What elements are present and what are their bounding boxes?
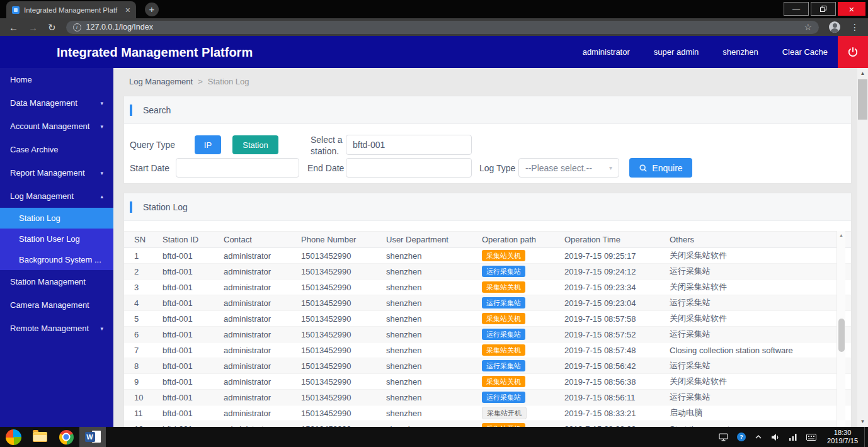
sidebar-menu: HomeData Management▾Account Management▾C… [0,68,113,427]
tab-favicon-icon [12,6,20,14]
sidebar-item-case-archive[interactable]: Case Archive [0,138,113,161]
cell-operation-time: 2019-7-15 08:33:21 [564,409,670,418]
station-button[interactable]: Station [232,135,278,154]
system-tray: ? [714,427,868,447]
enquire-button[interactable]: Enquire [629,158,692,178]
restore-button[interactable] [811,2,836,16]
header-link-administrator[interactable]: administrator [583,47,630,57]
cell-user-department: shenzhen [386,251,482,261]
scroll-down-arrow[interactable]: ▼ [857,416,868,427]
header-links: administratorsuper adminshenzhenClear Ca… [583,36,828,68]
start-button[interactable] [0,427,26,447]
cell-operation-time: 2019-7-15 08:56:11 [564,393,670,402]
sidebar-item-label: Log Management [10,191,74,201]
bookmark-star-icon[interactable]: ☆ [804,22,812,32]
cell-others: 运行采集站 [670,266,851,277]
scroll-up-arrow[interactable]: ▲ [857,68,868,79]
table-scrollbar-thumb[interactable] [838,319,845,352]
tray-help-button[interactable]: ? [733,427,750,447]
hidden-icons-button[interactable] [750,427,767,447]
column-header-operation-time: Operation Time [564,235,670,244]
accent-bar [130,105,132,116]
sidebar-item-camera-management[interactable]: Camera Management [0,293,113,317]
page-scrollbar[interactable]: ▲ ▼ [857,68,868,427]
tray-keyboard-button[interactable] [802,427,821,447]
app-title: Integrated Management Platform [57,45,253,59]
close-button[interactable]: × [838,2,865,16]
start-date-input[interactable] [176,158,299,178]
profile-avatar-icon[interactable] [829,21,840,33]
page-scrollbar-thumb[interactable] [858,79,867,120]
log-type-select[interactable]: --Please select.-- ▾ [518,158,619,178]
cell-operation-time: 2019-7-15 09:25:17 [564,251,670,261]
address-bar[interactable]: i 127.0.0.1/log/Index ☆ [66,21,819,34]
breadcrumb-parent[interactable]: Log Management [129,77,193,86]
tab-title: Integrated Management Platf [24,6,121,14]
sidebar-subitem-station-log[interactable]: Station Log [0,208,113,229]
table-row-8: 8bftd-001administrator15013452990shenzhe… [124,358,851,374]
log-table-header: SNStation IDContactPhone NumberUser Depa… [124,231,851,248]
app-header: Integrated Management Platform administr… [0,36,868,68]
sidebar-item-data-management[interactable]: Data Management▾ [0,91,113,115]
search-icon [639,164,648,173]
end-date-input[interactable] [346,158,472,178]
cell-user-department: shenzhen [386,346,482,355]
sidebar-item-log-management[interactable]: Log Management▴ [0,184,113,208]
table-row-6: 6bftd-001administrator15013452990shenzhe… [124,327,851,342]
ip-button[interactable]: IP [195,135,221,154]
chevron-down-icon: ▾ [609,164,612,171]
minimize-button[interactable]: — [784,2,809,16]
main-content: Log Management > Station Log Search Quer… [113,68,857,427]
breadcrumb: Log Management > Station Log [129,68,249,94]
cell-operation-time: 2019-7-15 09:24:12 [564,267,670,276]
logout-power-button[interactable] [838,36,868,68]
sidebar-item-station-management[interactable]: Station Management [0,270,113,293]
cell-contact: administrator [224,377,301,387]
tab-close-icon[interactable]: × [125,6,130,14]
taskbar-clock[interactable]: 18:30 2019/7/15 [821,429,864,445]
cell-others: 关闭采集站软件 [670,313,851,324]
refresh-button[interactable]: ↻ [48,23,56,32]
taskbar-chrome-button[interactable] [53,427,79,447]
forward-button[interactable]: → [28,23,38,32]
chevron-down-icon: ▾ [100,100,103,106]
sidebar-item-remote-management[interactable]: Remote Management▾ [0,317,113,340]
browser-menu-icon[interactable]: ⋮ [850,22,859,32]
table-scroll-up-arrow[interactable]: ▲ [837,233,845,237]
cell-sn: 3 [134,283,163,292]
screen: Integrated Management Platf × + — × ← → … [0,0,868,447]
station-log-panel: Station Log SNStation IDContactPhone Num… [123,193,852,427]
cell-sn: 1 [134,251,163,261]
taskbar-word-button[interactable]: W [79,427,106,447]
table-row-12: 12bftd-001administrator15013452990shenzh… [124,421,851,427]
sidebar-item-account-management[interactable]: Account Management▾ [0,115,113,138]
column-header-contact: Contact [224,235,301,244]
site-info-icon[interactable]: i [73,23,81,31]
header-link-super-admin[interactable]: super admin [654,47,699,57]
new-tab-button[interactable]: + [145,3,159,16]
sidebar-item-report-management[interactable]: Report Management▾ [0,161,113,184]
sidebar-item-home[interactable]: Home [0,68,113,91]
browser-tab[interactable]: Integrated Management Platf × [6,1,136,18]
tray-network-button[interactable] [785,427,802,447]
cell-operation-time: 2019-7-15 09:23:34 [564,283,670,292]
back-button[interactable]: ← [9,23,18,32]
tray-volume-button[interactable] [767,427,785,447]
cell-others: Closing collection station software [670,346,851,355]
cell-phone-number: 15013452990 [301,377,386,387]
cell-operation-time: 2019-7-15 08:57:58 [564,314,670,324]
table-scrollbar[interactable]: ▲ [837,231,845,427]
operation-badge: 采集站关机 [482,313,525,324]
cell-sn: 6 [134,330,163,339]
operation-badge: 采集站关机 [482,344,525,356]
header-link-shenzhen[interactable]: shenzhen [722,47,758,57]
header-link-clear-cache[interactable]: Clear Cache [782,47,828,57]
show-desktop-button[interactable] [864,427,868,447]
tray-monitor-button[interactable] [714,427,733,447]
start-date-label: Start Date [130,163,169,173]
station-input[interactable] [346,135,472,155]
table-row-1: 1bftd-001administrator15013452990shenzhe… [124,248,851,264]
sidebar-subitem-station-user-log[interactable]: Station User Log [0,229,113,249]
taskbar-file-explorer-button[interactable] [26,427,53,447]
sidebar-subitem-background-system[interactable]: Background System ... [0,249,113,270]
